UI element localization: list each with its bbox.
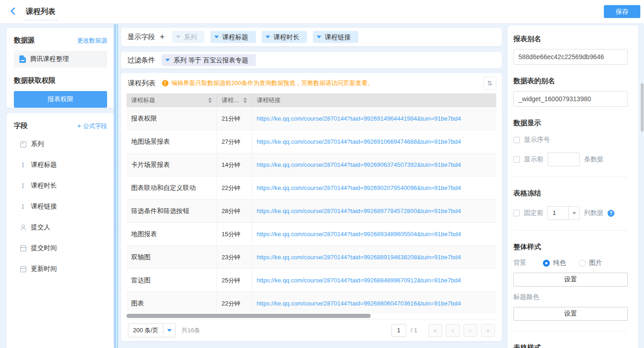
table-alias-label: 数据表的别名 [513, 77, 628, 85]
warning-icon: ! [162, 80, 169, 86]
field-label: 系列 [31, 140, 44, 148]
report-permission-button[interactable]: 报表权限 [14, 91, 107, 108]
add-display-field-icon[interactable]: + [160, 32, 165, 42]
page-total: / 1 [411, 327, 417, 334]
add-formula-field-link[interactable]: 公式字段 [77, 122, 107, 130]
show-index-label: 显示序号 [524, 136, 550, 144]
cell-course-duration: 28分钟 [217, 200, 252, 222]
cell-course-title: 双轴图 [126, 246, 217, 269]
cell-course-link[interactable]: https://ke.qq.com/course/2870144?taid=99… [252, 153, 496, 176]
table-header: 课程标题 课程... 课程链接 [126, 93, 496, 107]
field-item[interactable]: 系列 [14, 137, 107, 151]
field-type-icon [20, 225, 26, 231]
display-field-tag[interactable]: 系列 [172, 31, 205, 43]
freeze-count-select[interactable]: 1 [548, 206, 580, 220]
field-item[interactable]: 课程链接 [14, 200, 107, 214]
cell-course-link[interactable]: https://ke.qq.com/course/2870144?taid=99… [252, 269, 496, 292]
title-color-set-button[interactable]: 设置 [513, 307, 628, 321]
field-item[interactable]: 更新时间 [14, 262, 107, 276]
radio-unselected-icon [579, 260, 586, 267]
cell-course-title: 雷达图 [126, 269, 217, 292]
column-header-course-title[interactable]: 课程标题 [126, 93, 217, 107]
chevron-down-icon [568, 207, 579, 220]
display-fields-label: 显示字段 [127, 33, 155, 42]
fields-section-title: 字段 [14, 122, 28, 130]
cell-course-link[interactable]: https://ke.qq.com/course/2870144?taid=99… [252, 246, 496, 269]
cell-course-link[interactable]: https://ke.qq.com/course/2870144?taid=99… [252, 292, 496, 313]
cell-course-link[interactable]: https://ke.qq.com/course/2870144?taid=99… [252, 107, 496, 130]
table-alias-input[interactable] [513, 91, 628, 107]
bg-solid-label: 纯色 [553, 259, 566, 267]
sort-arrows-icon [243, 98, 247, 103]
table-body: 报表权限 21分钟 https://ke.qq.com/course/28701… [126, 107, 496, 313]
cell-course-title: 地图场景报表 [126, 130, 217, 153]
bg-image-option[interactable]: 图片 [579, 259, 602, 267]
field-item[interactable]: 提交人 [14, 220, 107, 234]
change-datasource-link[interactable]: 更改数据源 [77, 37, 107, 45]
cell-course-link[interactable]: https://ke.qq.com/course/2870144?taid=99… [252, 200, 496, 222]
field-type-icon [20, 183, 26, 189]
prev-page-button[interactable]: ‹ [446, 324, 460, 337]
field-label: 课程链接 [31, 202, 57, 211]
help-icon[interactable]: ? [608, 210, 614, 217]
cell-course-duration: 22分钟 [217, 292, 252, 313]
last-page-button[interactable]: » [481, 324, 495, 337]
permission-section-title: 数据获取权限 [14, 76, 107, 85]
horizontal-scrollbar-thumb[interactable] [126, 314, 371, 318]
freeze-checkbox[interactable] [513, 210, 520, 216]
show-first-checkbox[interactable] [513, 156, 520, 163]
cell-course-link[interactable]: https://ke.qq.com/course/2870144?taid=99… [252, 130, 496, 153]
field-type-icon [20, 141, 26, 147]
first-page-button[interactable]: « [428, 324, 442, 337]
chevron-down-icon [163, 324, 175, 337]
overall-style-title: 整体样式 [513, 243, 628, 251]
display-field-tag[interactable]: 课程时长 [262, 31, 307, 43]
filter-condition-text: 系列 等于 百宝云报表专题 [174, 54, 248, 66]
display-field-tag[interactable]: 课程标题 [211, 31, 256, 43]
filter-condition-tag[interactable]: 系列 等于 百宝云报表专题 [162, 54, 256, 66]
field-item[interactable]: 课程时长 [14, 179, 107, 193]
page-title[interactable]: 课程列表 [24, 7, 57, 20]
show-index-checkbox[interactable] [513, 137, 520, 143]
top-bar: 课程列表 保存 [0, 0, 644, 23]
field-type-icon [20, 162, 26, 168]
display-field-tag[interactable]: 课程链接 [313, 31, 358, 43]
field-label: 课程时长 [31, 182, 57, 190]
show-first-count-input[interactable] [548, 153, 580, 166]
page-size-value: 200 条/页 [128, 324, 163, 337]
save-button[interactable]: 保存 [604, 5, 640, 18]
background-set-button[interactable]: 设置 [513, 273, 628, 287]
field-type-icon [20, 266, 26, 272]
field-item[interactable]: 提交时间 [14, 241, 107, 255]
radio-selected-icon [543, 260, 550, 267]
page-size-select[interactable]: 200 条/页 [128, 324, 176, 337]
field-label: 更新时间 [31, 265, 57, 273]
sort-toggle-button[interactable]: ⇅ [483, 77, 496, 90]
back-icon[interactable] [9, 7, 18, 15]
datasource-item[interactable]: 腾讯课程整理 [14, 51, 107, 67]
next-page-button[interactable]: › [463, 324, 477, 337]
datasource-section-title: 数据源 [14, 36, 35, 45]
report-alias-label: 报表别名 [513, 35, 628, 43]
page-number-input[interactable] [391, 324, 406, 337]
freeze-count-value: 1 [548, 207, 568, 220]
window-scrollbar-thumb[interactable] [641, 83, 644, 132]
column-header-course-duration[interactable]: 课程... [217, 93, 252, 107]
cell-course-title: 地图报表 [126, 223, 217, 245]
report-alias-input[interactable] [513, 49, 628, 65]
cell-course-duration: 15分钟 [217, 223, 252, 245]
column-header-course-link: 课程链接 [252, 93, 496, 107]
cell-course-title: 卡片场景报表 [126, 153, 217, 176]
tag-label: 课程时长 [274, 31, 300, 43]
cell-course-title: 筛选条件和筛选按钮 [126, 200, 217, 222]
table-row: 地图报表 15分钟 https://ke.qq.com/course/28701… [126, 223, 496, 246]
bg-solid-option[interactable]: 纯色 [543, 259, 566, 267]
column-label: 课程标题 [131, 96, 155, 104]
table-row: 卡片场景报表 14分钟 https://ke.qq.com/course/287… [126, 153, 496, 177]
cell-course-title: 报表权限 [126, 107, 217, 130]
panel-splitter[interactable] [114, 24, 119, 348]
cell-course-link[interactable]: https://ke.qq.com/course/2870144?taid=99… [252, 177, 496, 199]
cell-course-link[interactable]: https://ke.qq.com/course/2870144?taid=99… [252, 223, 496, 245]
data-display-title: 数据显示 [513, 119, 628, 128]
field-item[interactable]: 课程标题 [14, 158, 107, 172]
